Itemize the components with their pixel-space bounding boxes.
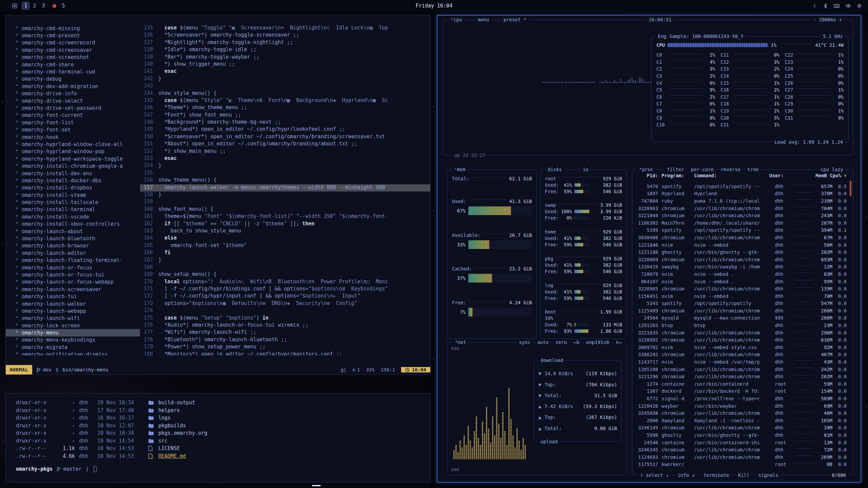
- process-row[interactable]: 1186302MainThre/home/dhh/.local/share/dh…: [636, 219, 847, 227]
- process-row[interactable]: 728079nvimnvim --embed .dhh83M0.0: [636, 270, 847, 278]
- code-line[interactable]: 142}: [140, 76, 430, 83]
- process-row[interactable]: 3246345chromium/usr/lib/chromium/chromdh…: [636, 446, 847, 453]
- code-line[interactable]: 175 case $(menu "Setup" "$options") in: [140, 315, 430, 322]
- process-row[interactable]: 3830408chromium/usr/lib/chromium/chromdh…: [636, 234, 847, 241]
- sidebar-file-item[interactable]: *omarchy-install-vscode: [6, 213, 140, 220]
- header-pid[interactable]: Pid:: [636, 173, 662, 178]
- sidebar-file-item[interactable]: *omarchy-hook: [6, 134, 140, 141]
- process-row[interactable]: 3220965chromium/usr/lib/chromium/chromdh…: [636, 285, 847, 292]
- process-row[interactable]: 3220869chromium/usr/lib/chromium/chromdh…: [636, 256, 847, 263]
- update-interval-control[interactable]: - 2000ms +: [811, 17, 844, 23]
- menu-button[interactable]: menu: [476, 17, 491, 23]
- process-row[interactable]: 1143717nvimnvim --embed /var/tmp/pdhh43M…: [636, 358, 847, 366]
- code-line[interactable]: 145 case $(menu "Style" "◐ Theme\nA Font…: [140, 97, 430, 104]
- sidebar-file-item[interactable]: *omarchy-launch-tui: [6, 293, 140, 300]
- proc-tab-filter[interactable]: filter: [666, 166, 686, 172]
- code-line[interactable]: 147 *Font*) show_font_menu ;;: [140, 112, 430, 119]
- process-row[interactable]: 1307dockerd/usr/bin/dockerd -H fd:root15…: [636, 388, 847, 395]
- sidebar-file-item[interactable]: *omarchy-debug: [6, 76, 140, 83]
- sidebar-file-item[interactable]: *omarchy-install-dropbox: [6, 184, 140, 191]
- code-line[interactable]: 140 *) show_trigger_menu ;;: [140, 61, 430, 68]
- gear-icon[interactable]: [857, 3, 862, 8]
- process-row[interactable]: 1205108chromium/usr/lib/chromium/chromdh…: [636, 366, 847, 373]
- sidebar-file-item[interactable]: *omarchy-hyprland-window-close-all: [6, 141, 140, 148]
- code-line[interactable]: 148 *Background*) omarchy-theme-bg-next …: [140, 119, 430, 126]
- sidebar-file-item[interactable]: *omarchy-install-terminal: [6, 206, 140, 213]
- process-row[interactable]: 1221188ghostty/usr/bin/ghostty --gtk-dhh…: [636, 248, 847, 256]
- sidebar-file-item[interactable]: *omarchy-cmd-screenshot: [6, 54, 140, 61]
- code-line[interactable]: 178 *Bluetooth*) omarchy-launch-bluetoot…: [140, 337, 430, 344]
- code-line[interactable]: 135 case $(menu "Toggle" "▣ Screensaver\…: [140, 25, 430, 32]
- process-row[interactable]: 1220419swaybg/usr/bin/swaybg -i /homdhh1…: [636, 263, 847, 271]
- process-scrollbar[interactable]: [850, 181, 851, 196]
- net-tab-enp191s0[interactable]: enp191s0: [585, 339, 610, 345]
- net-tab-zero[interactable]: zero: [554, 339, 568, 345]
- code-line[interactable]: 144show_style_menu() {: [140, 90, 430, 97]
- process-row[interactable]: 5399spotify/opt/spotify/spotify --dhh394…: [636, 227, 847, 234]
- code-line[interactable]: 173 options="$options\n▣ Defaults\n≡ DNS…: [140, 300, 430, 307]
- code-line[interactable]: 174: [140, 307, 430, 314]
- workspace-button-5[interactable]: 5: [60, 2, 67, 9]
- sidebar-file-item[interactable]: *omarchy-launch-browser: [6, 242, 140, 249]
- proc-tab-reverse[interactable]: reverse: [719, 166, 742, 172]
- code-line[interactable]: 167}: [140, 257, 430, 264]
- code-line[interactable]: 155: [140, 170, 430, 177]
- header-program[interactable]: Program:: [662, 173, 694, 178]
- os-logo-icon[interactable]: [12, 3, 17, 8]
- net-tab-n[interactable]: n→: [614, 339, 623, 345]
- code-line[interactable]: 138 *Idle*) omarchy-toggle-idle ;;: [140, 46, 430, 54]
- volume-icon[interactable]: [846, 3, 851, 8]
- process-row[interactable]: 3246145chromium/usr/lib/chromium/chromdh…: [636, 424, 847, 432]
- code-line[interactable]: 154}: [140, 162, 430, 169]
- code-line[interactable]: 146 *Theme*) show_theme_menu ;;: [140, 104, 430, 111]
- sidebar-file-item[interactable]: *omarchy-drive-select: [6, 97, 140, 104]
- code-line[interactable]: 157 omarchy-launch-walker -m menus:omarc…: [140, 184, 430, 191]
- sidebar-file-item[interactable]: *omarchy-dev-add-migration: [6, 83, 140, 90]
- process-row[interactable]: 1274containe/usr/bin/containerdroot59M0.…: [636, 380, 847, 388]
- process-row[interactable]: 1124693chromium/usr/lib/chromium/chromdh…: [636, 453, 847, 461]
- code-line[interactable]: 153 esac: [140, 155, 430, 162]
- sidebar-file-item[interactable]: *omarchy-launch-wifi: [6, 315, 140, 322]
- sidebar-file-item[interactable]: *omarchy-hyprland-workspace-toggle: [6, 155, 140, 162]
- sidebar-file-item[interactable]: *omarchy-hyprland-window-pop: [6, 148, 140, 155]
- code-line[interactable]: 166 fi: [140, 249, 430, 257]
- process-row[interactable]: 1125409chromium/usr/lib/chromium/chromdh…: [636, 307, 847, 314]
- sidebar-file-item[interactable]: *omarchy-install-dev-env: [6, 170, 140, 177]
- workspace-button-2[interactable]: 2: [31, 2, 38, 9]
- sidebar-file-item[interactable]: *omarchy-launch-walker: [6, 300, 140, 307]
- code-line[interactable]: 163 back_to show_style_menu: [140, 228, 430, 235]
- preset-button[interactable]: preset *: [501, 17, 528, 23]
- sidebar-file-item[interactable]: *omarchy-migrate: [6, 344, 140, 351]
- proc-mode-toggle[interactable]: cpu lazy: [818, 166, 845, 172]
- code-line[interactable]: 180 *Monitors*) open_in_editor ~/.config…: [140, 351, 430, 355]
- workspace-button-3[interactable]: 3: [40, 2, 47, 9]
- sidebar-file-item[interactable]: *omarchy-launch-about: [6, 228, 140, 235]
- code-line[interactable]: 159: [140, 199, 430, 206]
- code-line[interactable]: 179 *Power*) show_setup_power_menu ;;: [140, 344, 430, 351]
- sidebar-file-item[interactable]: *omarchy-launch-screensaver: [6, 286, 140, 293]
- process-row[interactable]: 3245898chromium/usr/lib/chromium/chromdh…: [636, 409, 847, 417]
- code-line[interactable]: 176 *Audio*) omarchy-launch-or-focus-tui…: [140, 322, 430, 329]
- code-line[interactable]: 136 *Screensaver*) omarchy-toggle-screen…: [140, 32, 430, 39]
- code-line[interactable]: 170 local options="♪ Audio\n◌ Wifi\nB Bl…: [140, 279, 430, 286]
- sidebar-file-item[interactable]: *omarchy-cmd-terminal-cwd: [6, 68, 140, 75]
- code-line[interactable]: 165 omarchy-font-set "$theme": [140, 242, 430, 249]
- process-row[interactable]: 747804rubypuma 7.1.0 (tcp://localdhh239M…: [636, 197, 847, 205]
- sidebar-file-item[interactable]: *omarchy-drive-set-password: [6, 104, 140, 111]
- code-line[interactable]: 156show_theme_menu() {: [140, 177, 430, 184]
- sidebar-file-item[interactable]: *omarchy-launch-or-focus-tui: [6, 271, 140, 278]
- sidebar-file-item[interactable]: *omarchy-install-tailscale: [6, 199, 140, 206]
- process-row[interactable]: 1221848nvimnvim --embeddhh56M0.0: [636, 241, 847, 249]
- process-row[interactable]: 1291265btopbtopdhh23M0.0: [636, 322, 847, 329]
- sidebar-file-item[interactable]: *omarchy-install-chromium-google-a: [6, 162, 140, 169]
- sidebar-file-item[interactable]: *omarchy-launch-floating-terminal-: [6, 257, 140, 264]
- keyboard-icon[interactable]: [834, 4, 840, 8]
- code-line[interactable]: 143: [140, 83, 430, 90]
- sidebar-file-item[interactable]: *omarchy-drive-info: [6, 90, 140, 97]
- net-tab-sync[interactable]: sync: [518, 339, 532, 345]
- code-line[interactable]: 158}: [140, 191, 430, 199]
- process-row[interactable]: 1220428waybar/usr/bin/waybardhh69M0.0: [636, 402, 847, 410]
- sidebar-file-item[interactable]: *omarchy-menu-keybindings: [6, 337, 140, 344]
- process-row[interactable]: 3386242chromium/usr/lib/chromium/chromdh…: [636, 351, 847, 359]
- code-line[interactable]: 151 *About*) open_in_editor ~/.config/om…: [140, 141, 430, 148]
